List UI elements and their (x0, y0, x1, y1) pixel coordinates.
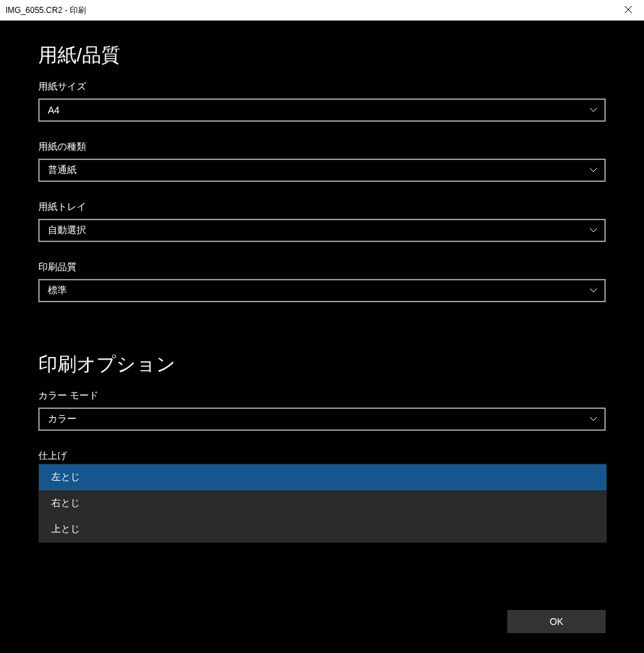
chevron-down-icon (589, 165, 598, 176)
chevron-down-icon (589, 105, 598, 116)
finishing-option[interactable]: 右とじ (39, 490, 606, 516)
paper-tray-value: 自動選択 (48, 224, 86, 237)
window-title: IMG_6055.CR2 - 印刷 (5, 5, 86, 16)
paper-size-value: A4 (48, 105, 59, 116)
titlebar: IMG_6055.CR2 - 印刷 (0, 0, 644, 21)
finishing-option[interactable]: 上とじ (39, 516, 606, 542)
close-button[interactable] (613, 0, 644, 21)
print-quality-dropdown[interactable]: 標準 (38, 279, 606, 302)
finishing-dropdown-popup: 左とじ 右とじ 上とじ (38, 464, 607, 543)
paper-type-dropdown[interactable]: 普通紙 (38, 159, 606, 182)
color-mode-value: カラー (48, 413, 77, 425)
dialog-button-row: OK (507, 610, 606, 633)
section-print-options-heading: 印刷オプション (38, 351, 606, 377)
paper-size-dropdown[interactable]: A4 (38, 98, 606, 122)
dialog-content: 用紙/品質 用紙サイズ A4 用紙の種類 普通紙 用紙トレイ 自動選択 印刷品質… (0, 21, 644, 543)
paper-tray-label: 用紙トレイ (38, 201, 606, 213)
paper-size-label: 用紙サイズ (38, 81, 606, 93)
ok-button[interactable]: OK (507, 610, 606, 633)
paper-type-value: 普通紙 (48, 164, 77, 176)
section-paper-quality-heading: 用紙/品質 (38, 42, 606, 68)
print-quality-label: 印刷品質 (38, 261, 606, 274)
finishing-label: 仕上げ (38, 450, 606, 462)
print-quality-value: 標準 (48, 284, 67, 297)
chevron-down-icon (589, 225, 598, 236)
paper-type-label: 用紙の種類 (38, 141, 606, 153)
chevron-down-icon (589, 414, 598, 425)
close-icon (625, 5, 632, 15)
color-mode-label: カラー モード (38, 390, 606, 402)
paper-tray-dropdown[interactable]: 自動選択 (38, 219, 606, 242)
finishing-option[interactable]: 左とじ (39, 464, 606, 490)
color-mode-dropdown[interactable]: カラー (38, 408, 606, 431)
chevron-down-icon (589, 285, 598, 296)
